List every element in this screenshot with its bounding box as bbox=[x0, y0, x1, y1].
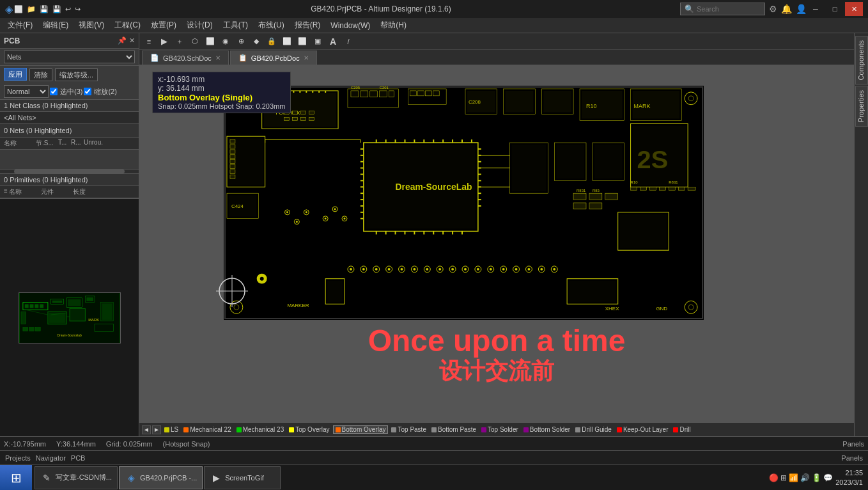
pad-icon[interactable]: ⬡ bbox=[188, 35, 202, 48]
tray-icon-1[interactable]: 🔴 bbox=[769, 473, 779, 482]
via-icon[interactable]: ◉ bbox=[219, 35, 233, 48]
layer-tab-ls[interactable]: LS bbox=[162, 426, 180, 433]
layer-tab-top-overlay[interactable]: Top Overlay bbox=[287, 426, 331, 433]
properties-panel-btn[interactable]: Properties bbox=[855, 86, 868, 127]
zoom-button[interactable]: 缩放等级... bbox=[55, 68, 98, 81]
menu-project[interactable]: 工程(C) bbox=[109, 19, 146, 32]
layer-tab-bottom-overlay[interactable]: Bottom Overlay bbox=[333, 425, 389, 434]
square1-icon[interactable]: ⬜ bbox=[280, 35, 294, 48]
tab-pcbdoc-close[interactable]: ✕ bbox=[304, 54, 309, 61]
status-tab-pcb[interactable]: PCB bbox=[71, 454, 86, 462]
menu-file[interactable]: 文件(F) bbox=[3, 19, 38, 32]
layer-tab-bottom-paste[interactable]: Bottom Paste bbox=[430, 426, 478, 433]
account-icon[interactable]: 👤 bbox=[796, 4, 807, 14]
layer-nav-prev[interactable]: ◄ bbox=[142, 425, 151, 434]
tray-icon-battery[interactable]: 🔋 bbox=[812, 473, 821, 482]
layer-tab-bottom-solder[interactable]: Bottom Solder bbox=[522, 426, 572, 433]
minimap-svg: MARK Dream-Sourcelab bbox=[19, 293, 120, 343]
tab-schdoc[interactable]: 📄 GB420.SchDoc ✕ bbox=[142, 51, 229, 65]
svg-rect-234 bbox=[327, 281, 343, 303]
apply-button[interactable]: 应用 bbox=[4, 68, 27, 81]
taskbar-datetime[interactable]: 21:35 2023/3/1 bbox=[835, 468, 863, 487]
toolbar-icon-undo[interactable]: ↩ bbox=[64, 5, 72, 13]
toolbar-icon-open[interactable]: 📁 bbox=[26, 5, 37, 13]
diamond-icon[interactable]: ◆ bbox=[249, 35, 263, 48]
components-panel-btn[interactable]: Components bbox=[855, 36, 868, 84]
layer-tab-drill-guide[interactable]: Drill Guide bbox=[573, 426, 614, 433]
tray-icon-3[interactable]: 📶 bbox=[789, 473, 798, 482]
taskbar-item-altium[interactable]: ◈ GB420.PrjPCB -... bbox=[119, 466, 203, 489]
zoom-checkbox[interactable] bbox=[84, 88, 91, 95]
line-icon[interactable]: / bbox=[341, 35, 355, 48]
select-checkbox[interactable] bbox=[50, 88, 58, 95]
search-input[interactable] bbox=[697, 5, 761, 13]
toolbar-icon-redo[interactable]: ↪ bbox=[74, 5, 82, 13]
tray-icon-msg[interactable]: 💬 bbox=[823, 473, 833, 482]
rect-icon[interactable]: ⬜ bbox=[203, 35, 217, 48]
highlight-mode-dropdown[interactable]: Normal bbox=[4, 85, 49, 98]
taskbar-item-screentogif[interactable]: ▶ ScreenToGif bbox=[204, 466, 281, 489]
pcb-board[interactable]: C205 C201 bbox=[222, 84, 705, 321]
all-nets-item[interactable]: <All Nets> bbox=[0, 112, 139, 124]
menu-design[interactable]: 设计(D) bbox=[182, 19, 218, 32]
panels-status-btn[interactable]: Panels bbox=[841, 454, 863, 462]
svg-rect-58 bbox=[417, 91, 424, 96]
toolbar-icon-save[interactable]: 💾 bbox=[38, 5, 50, 13]
menu-route[interactable]: 布线(U) bbox=[253, 19, 290, 32]
cross-icon[interactable]: ⊕ bbox=[234, 35, 248, 48]
svg-text:R10: R10 bbox=[631, 180, 639, 184]
svg-point-148 bbox=[350, 268, 352, 271]
layer-nav-next[interactable]: ► bbox=[152, 425, 161, 434]
search-box: 🔍 bbox=[680, 3, 765, 15]
svg-point-150 bbox=[362, 268, 365, 271]
add-icon[interactable]: + bbox=[173, 35, 187, 48]
grid-icon[interactable]: ▣ bbox=[311, 35, 325, 48]
square2-icon[interactable]: ⬜ bbox=[295, 35, 309, 48]
panel-close-icon[interactable]: ✕ bbox=[129, 36, 135, 45]
menu-help[interactable]: 帮助(H) bbox=[375, 19, 412, 32]
layer-label-bottom-paste: Bottom Paste bbox=[438, 426, 476, 433]
route-icon[interactable]: ▶ bbox=[157, 35, 171, 48]
menu-edit[interactable]: 编辑(E) bbox=[38, 19, 74, 32]
svg-rect-123 bbox=[230, 145, 235, 148]
filter-icon[interactable]: ≡ bbox=[142, 35, 156, 48]
svg-rect-3 bbox=[29, 304, 33, 308]
nets-scrollbar[interactable] bbox=[0, 169, 139, 174]
menu-window[interactable]: Window(W) bbox=[325, 20, 375, 31]
tray-icon-sound[interactable]: 🔊 bbox=[800, 473, 810, 482]
text-icon[interactable]: A bbox=[326, 35, 340, 48]
menu-tools[interactable]: 工具(T) bbox=[218, 19, 253, 32]
toolbar-icon-saveall[interactable]: 💾 bbox=[51, 5, 63, 13]
start-button[interactable]: ⊞ bbox=[0, 465, 32, 491]
nets-dropdown[interactable]: Nets bbox=[4, 51, 135, 63]
menu-place[interactable]: 放置(P) bbox=[146, 19, 182, 32]
notifications-icon[interactable]: 🔔 bbox=[781, 4, 792, 14]
status-tab-navigator[interactable]: Navigator bbox=[36, 454, 66, 462]
layer-tab-mech22[interactable]: Mechanical 22 bbox=[182, 426, 233, 433]
close-button[interactable]: ✕ bbox=[845, 2, 863, 16]
layer-tab-top-solder[interactable]: Top Solder bbox=[479, 426, 520, 433]
tab-pcbdoc[interactable]: 📋 GB420.PcbDoc ✕ bbox=[230, 51, 317, 65]
restore-button[interactable]: □ bbox=[826, 2, 844, 16]
taskbar-item-csdn[interactable]: ✎ 写文章-CSDN博... bbox=[35, 466, 118, 489]
menu-reports[interactable]: 报告(R) bbox=[290, 19, 326, 32]
minimize-button[interactable]: ─ bbox=[807, 2, 825, 16]
svg-point-164 bbox=[451, 268, 454, 271]
layer-tab-mech23[interactable]: Mechanical 23 bbox=[235, 426, 286, 433]
lock-icon[interactable]: 🔒 bbox=[265, 35, 279, 48]
settings-icon[interactable]: ⚙ bbox=[769, 4, 777, 14]
status-tab-projects[interactable]: Projects bbox=[5, 454, 31, 462]
panel-pin-icon[interactable]: 📌 bbox=[118, 36, 127, 45]
menu-view[interactable]: 视图(V) bbox=[74, 19, 109, 32]
tray-icon-2[interactable]: ⊞ bbox=[780, 473, 787, 482]
layer-tab-keepout[interactable]: Keep-Out Layer bbox=[615, 426, 670, 433]
canvas-area[interactable]: x:-10.693 mm y: 36.144 mm Bottom Overlay… bbox=[139, 65, 854, 422]
layer-dot-drill bbox=[673, 427, 678, 432]
layer-tab-drill[interactable]: Drill bbox=[671, 426, 692, 433]
tab-schdoc-close[interactable]: ✕ bbox=[215, 54, 221, 61]
panels-button[interactable]: Panels bbox=[842, 440, 864, 448]
toolbar-icon-new[interactable]: ⬜ bbox=[13, 5, 24, 13]
svg-point-166 bbox=[464, 268, 467, 271]
clear-button[interactable]: 清除 bbox=[29, 68, 52, 81]
layer-tab-top-paste[interactable]: Top Paste bbox=[389, 426, 428, 433]
